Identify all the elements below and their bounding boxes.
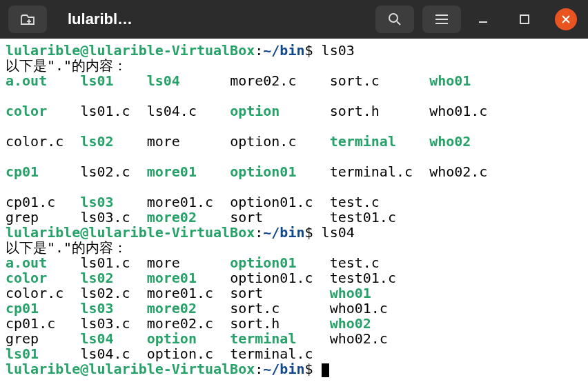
close-button[interactable]	[552, 6, 580, 33]
listing-row: grep ls04 option terminal who02.c	[6, 331, 582, 346]
file-entry: ls04	[80, 330, 146, 347]
blank-line	[6, 179, 582, 194]
file-entry: a.out	[6, 254, 80, 271]
prompt-line: lularible@lularible-VirtualBox:~/bin$	[6, 361, 582, 377]
prompt-line: lularible@lularible-VirtualBox:~/bin$ ls…	[6, 43, 582, 58]
header-line: 以下是"."的内容：	[6, 240, 582, 255]
cursor	[322, 363, 329, 377]
file-entry: who01.c	[429, 103, 487, 119]
prompt-line: lularible@lularible-VirtualBox:~/bin$ ls…	[6, 225, 582, 240]
maximize-button[interactable]	[511, 6, 538, 33]
search-button[interactable]	[375, 6, 414, 33]
window-title: lularibl…	[68, 10, 133, 28]
file-entry: cp01	[6, 163, 80, 180]
file-entry: ls03.c	[80, 209, 146, 225]
blank-line	[6, 119, 582, 134]
file-entry: option01.c	[230, 270, 330, 286]
file-entry: grep	[6, 209, 80, 225]
file-entry: ls01	[80, 72, 146, 89]
terminal-output[interactable]: lularible@lularible-VirtualBox:~/bin$ ls…	[0, 39, 588, 381]
file-entry: more02	[147, 300, 230, 317]
file-entry: cp01	[6, 300, 80, 317]
file-entry: who01	[330, 285, 371, 301]
new-tab-icon	[20, 13, 35, 26]
file-entry: more01.c	[147, 194, 230, 210]
listing-row: cp01.c ls03.c more02.c sort.h who02	[6, 316, 582, 331]
new-tab-button[interactable]	[8, 6, 47, 33]
file-entry: grep	[6, 330, 80, 347]
listing-row: ls01 ls04.c option.c terminal.c	[6, 346, 582, 361]
blank-line	[6, 88, 582, 103]
file-entry: who02.c	[330, 330, 388, 347]
file-entry: more	[147, 254, 230, 271]
file-entry: who02.c	[429, 163, 487, 180]
listing-row: color.c ls02 more option.c terminal who0…	[6, 134, 582, 149]
prompt-user-host: lularible@lularible-VirtualBox	[6, 224, 255, 241]
file-entry: option.c	[147, 345, 230, 362]
file-entry: ls01	[6, 345, 80, 362]
file-entry: ls02	[80, 133, 146, 150]
file-entry: sort	[230, 285, 330, 301]
minimize-icon	[478, 14, 489, 25]
file-entry: ls01.c	[80, 254, 146, 271]
file-entry: who02	[330, 315, 371, 332]
file-entry: test01.c	[330, 270, 396, 286]
prompt-path: ~/bin	[263, 224, 304, 241]
file-entry: ls03.c	[80, 315, 146, 332]
listing-row: cp01 ls02.c more01 option01 terminal.c w…	[6, 164, 582, 179]
file-entry: test01.c	[330, 209, 430, 225]
file-entry: more01.c	[147, 285, 230, 301]
header-line: 以下是"."的内容：	[6, 58, 582, 73]
svg-rect-8	[520, 15, 529, 23]
menu-button[interactable]	[422, 6, 461, 33]
hamburger-icon	[435, 14, 449, 25]
file-entry: option.c	[230, 133, 330, 150]
prompt-user-host: lularible@lularible-VirtualBox	[6, 42, 255, 59]
file-entry: color	[6, 270, 80, 286]
listing-row: grep ls03.c more02 sort test01.c	[6, 210, 582, 225]
prompt-path: ~/bin	[263, 42, 304, 59]
listing-row: a.out ls01 ls04 more02.c sort.c who01	[6, 73, 582, 88]
listing-row: color ls01.c ls04.c option sort.h who01.…	[6, 103, 582, 119]
listing-row: color ls02 more01 option01.c test01.c	[6, 270, 582, 285]
file-entry: test.c	[330, 254, 380, 271]
file-entry: ls02.c	[80, 285, 146, 301]
close-icon	[561, 14, 571, 24]
command-text: ls03	[322, 42, 355, 59]
file-entry: test.c	[330, 194, 430, 210]
file-entry: option01	[230, 163, 330, 180]
file-entry: option	[147, 330, 230, 347]
file-entry: a.out	[6, 72, 80, 89]
file-entry: sort.c	[330, 72, 430, 89]
prompt-path: ~/bin	[263, 361, 304, 377]
titlebar: lularibl…	[0, 0, 588, 39]
listing-row: cp01 ls03 more02 sort.c who01.c	[6, 301, 582, 316]
file-entry: terminal.c	[330, 163, 430, 180]
file-entry: ls02.c	[80, 163, 146, 180]
file-entry: ls01.c	[80, 103, 146, 119]
file-entry: sort	[230, 209, 330, 225]
minimize-button[interactable]	[469, 6, 497, 33]
prompt-sep: :	[255, 42, 263, 59]
file-entry: ls03	[80, 300, 146, 317]
window-controls	[469, 6, 580, 33]
file-entry: ls04	[147, 72, 230, 89]
file-entry: color	[6, 103, 80, 119]
prompt-end: $	[305, 42, 313, 59]
svg-line-3	[397, 21, 400, 25]
file-entry: color.c	[6, 285, 80, 301]
file-entry: who01	[429, 72, 471, 89]
file-entry: cp01.c	[6, 194, 80, 210]
command-text: ls04	[322, 224, 355, 241]
file-entry: more02	[147, 209, 230, 225]
prompt-user-host: lularible@lularible-VirtualBox	[6, 361, 255, 377]
file-entry: who01.c	[330, 300, 388, 317]
file-entry: ls04.c	[147, 103, 230, 119]
search-icon	[387, 12, 402, 27]
file-entry: option01	[230, 254, 330, 271]
file-entry: more02.c	[230, 72, 330, 89]
file-entry: more01	[147, 163, 230, 180]
file-entry: terminal	[230, 330, 330, 347]
file-entry: who02	[429, 133, 471, 150]
file-entry: option01.c	[230, 194, 330, 210]
